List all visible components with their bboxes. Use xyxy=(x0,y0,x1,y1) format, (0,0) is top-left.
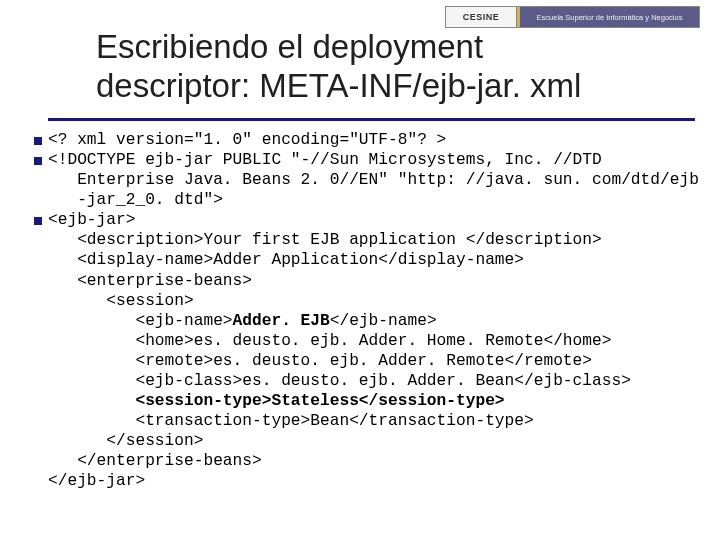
code-line: <ejb-class>es. deusto. ejb. Adder. Bean<… xyxy=(135,372,630,390)
banner-tagline: Escuela Superior de Informática y Negoci… xyxy=(517,7,699,27)
title-line-2: descriptor: META-INF/ejb-jar. xml xyxy=(96,67,581,104)
code-line: </ejb-name> xyxy=(330,312,437,330)
code-line: <session> xyxy=(106,292,193,310)
code-line: <? xml version="1. 0" encoding="UTF-8"? … xyxy=(48,131,446,149)
code-line: Enterprise Java. Beans 2. 0//EN" "http: … xyxy=(77,171,699,189)
bullet-icon xyxy=(34,157,42,165)
code-line: <display-name>Adder Application</display… xyxy=(77,251,524,269)
code-line: <enterprise-beans> xyxy=(77,272,252,290)
code-line: -jar_2_0. dtd"> xyxy=(77,191,223,209)
code-line: </enterprise-beans> xyxy=(77,452,262,470)
slide-title: Escribiendo el deployment descriptor: ME… xyxy=(96,28,690,106)
code-bold: <session-type>Stateless</session-type> xyxy=(135,392,504,410)
title-underline xyxy=(48,118,695,121)
code-line: <ejb-jar> xyxy=(48,211,135,229)
code-line: </session> xyxy=(106,432,203,450)
bullet-icon xyxy=(34,137,42,145)
code-bold: Adder. EJB xyxy=(233,312,330,330)
bullet-icon xyxy=(34,217,42,225)
code-line: <ejb-name> xyxy=(135,312,232,330)
code-line: </ejb-jar> xyxy=(48,472,145,490)
banner-logo: CESINE xyxy=(446,7,517,27)
code-line: <remote>es. deusto. ejb. Adder. Remote</… xyxy=(135,352,592,370)
code-line: <description>Your first EJB application … xyxy=(77,231,602,249)
code-line: <!DOCTYPE ejb-jar PUBLIC "-//Sun Microsy… xyxy=(48,151,602,169)
title-line-1: Escribiendo el deployment xyxy=(96,28,483,65)
code-line: <home>es. deusto. ejb. Adder. Home. Remo… xyxy=(135,332,611,350)
code-line: <transaction-type>Bean</transaction-type… xyxy=(135,412,533,430)
code-block: <? xml version="1. 0" encoding="UTF-8"? … xyxy=(48,130,700,491)
header-banner: CESINE Escuela Superior de Informática y… xyxy=(445,6,700,28)
